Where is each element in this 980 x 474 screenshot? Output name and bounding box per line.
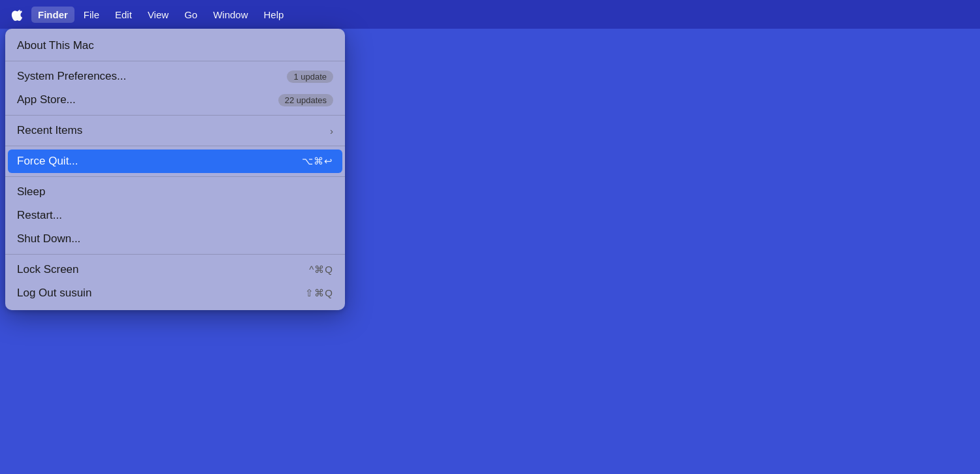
separator-5 xyxy=(5,254,345,255)
menubar-window[interactable]: Window xyxy=(206,7,254,23)
separator-4 xyxy=(5,176,345,177)
menu-item-forcequit[interactable]: Force Quit... ⌥⌘↩ xyxy=(8,150,342,173)
separator-2 xyxy=(5,115,345,116)
menu-item-logout[interactable]: Log Out susuin ⇧⌘Q xyxy=(5,281,345,305)
menu-item-lockscreen[interactable]: Lock Screen ^⌘Q xyxy=(5,258,345,281)
menu-item-recent[interactable]: Recent Items › xyxy=(5,119,345,142)
menubar-go[interactable]: Go xyxy=(178,7,204,23)
menu-item-appstore-label: App Store... xyxy=(17,93,76,106)
logout-shortcut: ⇧⌘Q xyxy=(305,287,333,299)
sysprefs-badge: 1 update xyxy=(287,71,333,83)
menubar-edit[interactable]: Edit xyxy=(108,7,139,23)
menu-item-restart[interactable]: Restart... xyxy=(5,204,345,227)
menu-item-forcequit-label: Force Quit... xyxy=(17,155,78,168)
menu-item-restart-label: Restart... xyxy=(17,209,62,222)
menu-item-shutdown[interactable]: Shut Down... xyxy=(5,227,345,251)
menu-item-lockscreen-label: Lock Screen xyxy=(17,263,79,276)
menu-item-recent-label: Recent Items xyxy=(17,124,82,137)
menu-item-appstore[interactable]: App Store... 22 updates xyxy=(5,88,345,112)
menu-item-sleep-label: Sleep xyxy=(17,185,45,198)
chevron-right-icon: › xyxy=(330,125,333,136)
menubar-file[interactable]: File xyxy=(77,7,106,23)
separator-1 xyxy=(5,61,345,61)
appstore-badge: 22 updates xyxy=(278,94,333,106)
apple-dropdown-menu: About This Mac System Preferences... 1 u… xyxy=(5,29,345,310)
menubar-help[interactable]: Help xyxy=(257,7,291,23)
menubar-finder[interactable]: Finder xyxy=(31,7,74,23)
menu-item-sysprefs[interactable]: System Preferences... 1 update xyxy=(5,65,345,88)
menu-item-about[interactable]: About This Mac xyxy=(5,34,345,57)
menu-item-sysprefs-label: System Preferences... xyxy=(17,70,126,83)
forcequit-shortcut: ⌥⌘↩ xyxy=(302,155,333,167)
menu-item-shutdown-label: Shut Down... xyxy=(17,232,80,245)
separator-3 xyxy=(5,146,345,146)
menu-item-about-label: About This Mac xyxy=(17,39,94,52)
lockscreen-shortcut: ^⌘Q xyxy=(309,264,333,276)
apple-menu-button[interactable] xyxy=(5,3,29,26)
menu-item-logout-label: Log Out susuin xyxy=(17,287,91,300)
menubar-view[interactable]: View xyxy=(141,7,175,23)
apple-logo-icon xyxy=(10,8,24,21)
menu-item-sleep[interactable]: Sleep xyxy=(5,180,345,204)
menubar: Finder File Edit View Go Window Help xyxy=(0,0,980,29)
